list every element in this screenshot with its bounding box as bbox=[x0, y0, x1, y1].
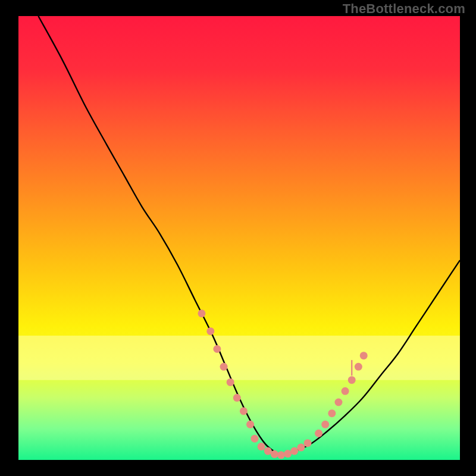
marker-dot bbox=[277, 451, 285, 459]
marker-dot bbox=[290, 447, 298, 455]
marker-dot bbox=[213, 345, 221, 353]
chart-stage: TheBottleneck.com bbox=[0, 0, 476, 476]
marker-dot bbox=[240, 407, 248, 415]
gradient-fill bbox=[18, 16, 460, 460]
marker-dot bbox=[233, 394, 241, 402]
marker-dot bbox=[304, 439, 312, 447]
marker-dot bbox=[315, 430, 322, 437]
plot-area bbox=[18, 16, 460, 460]
marker-dot bbox=[258, 443, 265, 450]
marker-dot bbox=[206, 327, 214, 335]
marker-dot bbox=[360, 352, 368, 359]
marker-dot bbox=[271, 450, 278, 458]
marker-dot bbox=[246, 421, 254, 428]
marker-dot bbox=[297, 444, 305, 452]
marker-dot bbox=[334, 399, 342, 406]
marker-dot bbox=[321, 421, 329, 428]
attribution-label: TheBottleneck.com bbox=[343, 1, 465, 17]
marker-dot bbox=[198, 309, 205, 317]
marker-dot bbox=[342, 387, 349, 395]
marker-dot bbox=[328, 409, 336, 417]
marker-dot bbox=[348, 376, 356, 384]
marker-dot bbox=[220, 363, 228, 371]
marker-dot bbox=[264, 447, 272, 455]
marker-dot bbox=[227, 378, 234, 386]
marker-dot bbox=[250, 435, 258, 443]
pale-band bbox=[18, 336, 460, 380]
marker-dot bbox=[355, 363, 362, 371]
marker-dot bbox=[284, 450, 292, 458]
bottleneck-chart bbox=[0, 0, 476, 476]
